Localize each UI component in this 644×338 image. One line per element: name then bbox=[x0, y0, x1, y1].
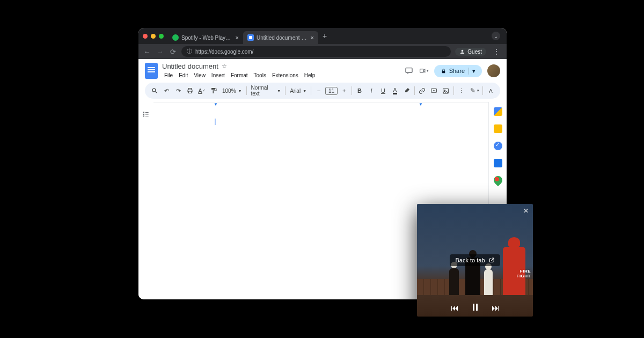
collapse-toolbar-icon[interactable]: ᐱ bbox=[485, 85, 496, 97]
svg-point-11 bbox=[143, 112, 144, 113]
insert-link-icon[interactable] bbox=[417, 85, 428, 97]
insert-image-icon[interactable] bbox=[441, 85, 451, 97]
close-icon[interactable]: × bbox=[311, 34, 314, 41]
bold-button[interactable]: B bbox=[354, 85, 365, 97]
star-icon[interactable]: ☆ bbox=[222, 63, 227, 70]
lock-icon bbox=[441, 68, 447, 74]
svg-rect-1 bbox=[406, 68, 412, 73]
font-select[interactable]: Arial ▼ bbox=[288, 88, 309, 94]
share-label: Share bbox=[449, 68, 465, 74]
print-icon[interactable] bbox=[185, 85, 195, 97]
pause-button[interactable] bbox=[473, 303, 478, 312]
undo-icon[interactable]: ↶ bbox=[161, 85, 172, 97]
reload-button[interactable]: ⟳ bbox=[169, 48, 177, 56]
back-to-tab-label: Back to tab bbox=[455, 257, 485, 263]
back-to-tab-button[interactable]: Back to tab bbox=[450, 254, 500, 266]
outline-icon[interactable] bbox=[142, 111, 150, 299]
tab-title: Untitled document - Google D bbox=[257, 35, 308, 41]
tab-title: Spotify - Web Player: Music f bbox=[181, 35, 233, 41]
more-toolbar-icon[interactable]: ⋮ bbox=[456, 85, 467, 97]
menu-edit[interactable]: Edit bbox=[177, 71, 190, 79]
site-info-icon[interactable]: ⓘ bbox=[187, 48, 192, 55]
new-tab-button[interactable]: + bbox=[318, 32, 331, 40]
docs-icon bbox=[247, 34, 254, 41]
docs-logo-icon[interactable] bbox=[145, 63, 158, 79]
menu-tools[interactable]: Tools bbox=[252, 71, 268, 79]
font-value: Arial bbox=[290, 88, 301, 94]
menu-view[interactable]: View bbox=[192, 71, 208, 79]
open-in-new-icon bbox=[488, 257, 495, 263]
window-close[interactable] bbox=[143, 34, 148, 39]
tab-strip: Spotify - Web Player: Music f × Untitled… bbox=[138, 28, 507, 44]
redo-icon[interactable]: ↷ bbox=[173, 85, 184, 97]
url-text: https://docs.google.com/ bbox=[195, 49, 253, 55]
window-minimize[interactable] bbox=[151, 34, 156, 39]
close-icon[interactable]: × bbox=[236, 34, 239, 41]
maps-app-icon[interactable] bbox=[492, 174, 504, 187]
add-comment-icon[interactable] bbox=[429, 85, 440, 97]
svg-point-0 bbox=[462, 49, 464, 52]
profile-button[interactable]: Guest bbox=[455, 48, 486, 56]
picture-in-picture-window[interactable]: FIRE FIGHT ✕ Back to tab ⏮ ⏭ bbox=[417, 204, 533, 317]
svg-rect-2 bbox=[420, 69, 423, 73]
back-button[interactable]: ← bbox=[143, 48, 151, 56]
paragraph-style-select[interactable]: Normal text ▼ bbox=[248, 85, 283, 97]
left-gutter bbox=[138, 102, 153, 299]
document-title[interactable]: Untitled document bbox=[162, 62, 218, 70]
window-maximize[interactable] bbox=[159, 34, 164, 39]
menu-format[interactable]: Format bbox=[229, 71, 250, 79]
text-color-button[interactable]: A bbox=[390, 85, 400, 97]
account-avatar[interactable] bbox=[487, 64, 500, 77]
menu-bar: File Edit View Insert Format Tools Exten… bbox=[162, 71, 400, 79]
paint-format-icon[interactable] bbox=[208, 85, 219, 97]
search-menus-icon[interactable] bbox=[149, 85, 160, 97]
calendar-app-icon[interactable] bbox=[494, 107, 502, 116]
increase-font-icon[interactable]: + bbox=[339, 85, 349, 97]
zoom-select[interactable]: 100% ▼ bbox=[220, 88, 244, 94]
svg-point-4 bbox=[152, 89, 156, 92]
tab-spotify[interactable]: Spotify - Web Player: Music f × bbox=[168, 31, 243, 44]
svg-rect-3 bbox=[442, 71, 445, 73]
tasks-app-icon[interactable] bbox=[494, 142, 502, 150]
highlight-button[interactable] bbox=[401, 85, 412, 97]
chevron-down-icon[interactable]: ▾ bbox=[469, 68, 475, 75]
comment-history-icon[interactable] bbox=[404, 66, 414, 76]
style-value: Normal text bbox=[251, 85, 275, 97]
meet-icon[interactable]: ▾ bbox=[419, 66, 429, 76]
left-indent-marker[interactable]: ▼ bbox=[214, 102, 218, 107]
chevron-down-icon: ▼ bbox=[303, 89, 306, 93]
zoom-value: 100% bbox=[222, 88, 236, 94]
svg-point-10 bbox=[445, 90, 446, 91]
spellcheck-icon[interactable]: A✓ bbox=[196, 85, 207, 97]
menu-file[interactable]: File bbox=[162, 71, 175, 79]
previous-track-icon[interactable]: ⏮ bbox=[451, 303, 459, 312]
underline-button[interactable]: U bbox=[378, 85, 389, 97]
person-icon bbox=[459, 49, 465, 55]
decrease-font-icon[interactable]: − bbox=[313, 85, 324, 97]
tab-search-button[interactable]: ⌄ bbox=[492, 32, 500, 40]
right-indent-marker[interactable]: ▼ bbox=[419, 102, 423, 107]
chevron-down-icon: ▼ bbox=[238, 89, 242, 93]
font-size-input[interactable]: 11 bbox=[325, 87, 338, 95]
menu-help[interactable]: Help bbox=[302, 71, 318, 79]
browser-menu-button[interactable]: ⋮ bbox=[491, 47, 502, 56]
spotify-icon bbox=[172, 34, 179, 41]
window-controls bbox=[143, 34, 164, 39]
menu-extensions[interactable]: Extensions bbox=[270, 71, 301, 79]
next-track-icon[interactable]: ⏭ bbox=[492, 303, 500, 312]
toolbar: ↶ ↷ A✓ 100% ▼ Normal text ▼ Arial ▼ − 11… bbox=[145, 83, 500, 99]
share-button[interactable]: Share ▾ bbox=[434, 65, 482, 77]
chevron-down-icon: ▼ bbox=[277, 89, 281, 93]
forward-button[interactable]: → bbox=[156, 48, 164, 56]
svg-point-13 bbox=[143, 116, 144, 116]
pip-controls: ⏮ ⏭ bbox=[417, 303, 533, 312]
contacts-app-icon[interactable] bbox=[494, 159, 502, 167]
menu-insert[interactable]: Insert bbox=[209, 71, 227, 79]
svg-point-12 bbox=[143, 114, 144, 114]
address-bar: ← → ⟳ ⓘ https://docs.google.com/ Guest ⋮ bbox=[138, 44, 507, 59]
italic-button[interactable]: I bbox=[366, 85, 377, 97]
editing-mode-button[interactable]: ✎ ▾ bbox=[469, 85, 480, 97]
keep-app-icon[interactable] bbox=[494, 124, 502, 133]
tab-docs[interactable]: Untitled document - Google D × bbox=[243, 31, 318, 44]
url-input[interactable]: ⓘ https://docs.google.com/ bbox=[181, 46, 451, 57]
